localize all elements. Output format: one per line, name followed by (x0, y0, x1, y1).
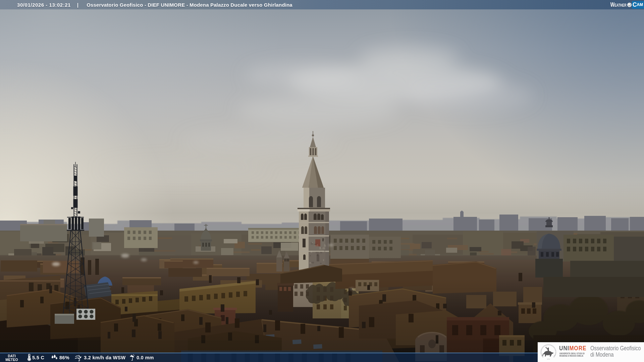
svg-text:1175: 1175 (547, 358, 550, 360)
